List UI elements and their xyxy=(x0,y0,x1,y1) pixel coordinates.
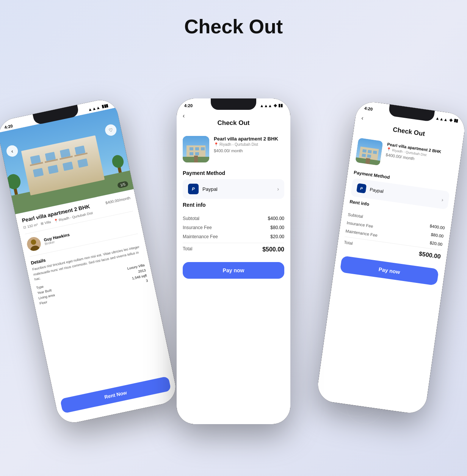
phone-right: 4:20 ▲▲▲ ◈ ▮▮ ‹ Check Out xyxy=(316,100,467,415)
svg-rect-25 xyxy=(190,147,193,150)
status-icons-right: ▲▲▲ ◈ ▮▮ xyxy=(435,115,459,123)
prop-price-mid: $400.00/ month xyxy=(214,147,278,153)
status-time-mid: 4:20 xyxy=(184,103,193,108)
total-amount-mid: $500.00 xyxy=(262,246,284,253)
fee-maintenance-mid: Maintenance Fee $20.00 xyxy=(183,232,284,241)
paypal-icon-mid: P xyxy=(188,184,199,194)
svg-rect-30 xyxy=(194,156,198,162)
payment-method-header-mid: Payment Method xyxy=(177,167,290,179)
phone-mid-inner: 4:20 ▲▲▲ ◈ ▮▮ ‹ Check Out xyxy=(177,98,290,424)
battery-icon-mid: ▮▮ xyxy=(278,103,283,108)
svg-rect-39 xyxy=(365,158,370,164)
svg-rect-37 xyxy=(362,154,366,157)
signal-icon-mid: ▲▲▲ xyxy=(260,103,272,108)
detail-label-floor: Floor xyxy=(39,300,47,305)
svg-rect-35 xyxy=(368,150,372,153)
location-pin-mid: 📍 xyxy=(214,142,218,147)
broker-avatar xyxy=(26,236,42,252)
rent-info-section-mid: Subtotal $400.00 Insurance Fee $80.00 Ma… xyxy=(177,211,290,258)
location-pin-right: 📍 xyxy=(386,147,391,152)
broker-info: Guy Hawkins Broker xyxy=(44,232,71,246)
thumb-svg-mid xyxy=(183,136,209,162)
svg-rect-28 xyxy=(190,152,193,155)
fee-label-maintenance-mid: Maintenance Fee xyxy=(183,234,218,239)
property-details-right: Pearl villa apartment 2 BHK 📍 Riyadh - Q… xyxy=(386,142,442,165)
page-title: Check Out xyxy=(0,0,467,38)
wifi-icon: ▲▲▲ xyxy=(88,105,100,112)
phones-container: 4:20 ▲▲▲ ▮▮▮ xyxy=(0,49,467,447)
status-time-left: 4:20 xyxy=(4,123,13,130)
battery-icon: ▮▮▮ xyxy=(101,103,109,109)
payment-row-mid[interactable]: P Paypal › xyxy=(183,179,284,199)
fee-label-subtotal-mid: Subtotal xyxy=(183,216,199,221)
total-label-mid: Total xyxy=(183,246,192,253)
avatar-svg xyxy=(26,236,42,252)
status-icons-mid: ▲▲▲ ◈ ▮▮ xyxy=(260,103,283,108)
prop-location-mid: 📍 Riyadh - Qurtubah Dist xyxy=(214,142,278,147)
wifi-icon-mid: ◈ xyxy=(274,103,277,108)
fee-subtotal-mid: Subtotal $400.00 xyxy=(183,214,284,223)
property-card-mid: Pearl villa apartment 2 BHK 📍 Riyadh - Q… xyxy=(177,131,290,167)
fee-amount-maintenance-mid: $20.00 xyxy=(270,234,284,239)
detail-val-floor: 3 xyxy=(146,278,148,282)
wifi-icon-right: ◈ xyxy=(449,117,453,123)
battery-icon-right: ▮▮ xyxy=(453,118,459,124)
total-row-mid: Total $500.00 xyxy=(183,243,284,254)
svg-rect-38 xyxy=(367,155,371,158)
rent-info-header-mid: Rent info xyxy=(177,199,290,211)
back-button-mid[interactable]: ‹ xyxy=(177,109,290,119)
prop-name-mid: Pearl villa apartment 2 BHK xyxy=(214,136,278,142)
paypal-label-mid: Paypal xyxy=(202,186,277,192)
fee-amount-subtotal-right: $400.00 xyxy=(429,223,445,230)
svg-rect-29 xyxy=(195,152,199,155)
svg-rect-36 xyxy=(373,151,377,154)
paypal-icon-right: P xyxy=(356,183,367,194)
property-thumbnail-mid xyxy=(183,136,209,162)
svg-rect-27 xyxy=(201,147,205,150)
svg-rect-26 xyxy=(195,147,199,150)
fee-label-insurance-mid: Insurance Fee xyxy=(183,225,212,230)
signal-icon-right: ▲▲▲ xyxy=(435,115,448,122)
notch-mid xyxy=(211,98,256,110)
fee-amount-insurance-mid: $80.00 xyxy=(270,225,284,230)
phone-mid: 4:20 ▲▲▲ ◈ ▮▮ ‹ Check Out xyxy=(177,98,290,424)
property-details-mid: Pearl villa apartment 2 BHK 📍 Riyadh - Q… xyxy=(214,136,278,153)
thumb-svg-right xyxy=(355,138,383,165)
fee-amount-subtotal-mid: $400.00 xyxy=(268,216,284,221)
phone-left: 4:20 ▲▲▲ ▮▮▮ xyxy=(0,97,179,426)
phone-left-inner: 4:20 ▲▲▲ ▮▮▮ xyxy=(0,97,179,426)
fee-amount-insurance-right: $80.00 xyxy=(431,232,444,239)
svg-rect-34 xyxy=(362,149,367,153)
chevron-right-mid: › xyxy=(277,186,279,192)
status-time-right: 4:20 xyxy=(364,106,373,111)
total-label-right: Total xyxy=(343,240,353,248)
pay-now-button-mid[interactable]: Pay now xyxy=(183,262,284,279)
rent-now-button[interactable]: Rent Now xyxy=(60,376,171,414)
property-thumbnail-right xyxy=(355,138,383,165)
screen-title-mid: Check Out xyxy=(177,119,290,131)
fee-insurance-mid: Insurance Fee $80.00 xyxy=(183,223,284,232)
fee-label-subtotal-right: Subtotal xyxy=(348,212,364,219)
chevron-right-right: › xyxy=(441,197,444,203)
total-amount-right: $500.00 xyxy=(418,250,441,260)
phone-right-inner: 4:20 ▲▲▲ ◈ ▮▮ ‹ Check Out xyxy=(316,100,467,415)
fee-amount-maintenance-right: $20.00 xyxy=(429,240,443,247)
